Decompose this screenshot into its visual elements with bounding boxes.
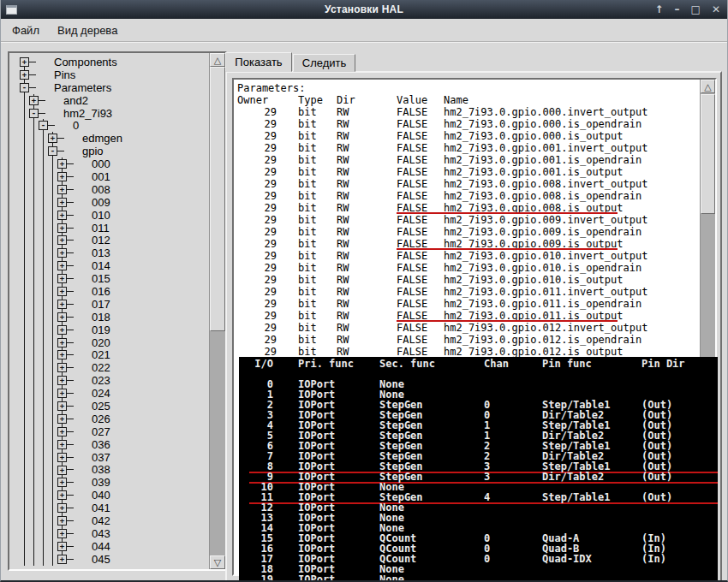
tree-expander-icon[interactable]: + [57,516,67,526]
tree-expander-icon[interactable]: + [57,261,67,270]
tree-item-label[interactable]: 037 [92,451,110,464]
tree-expander-icon[interactable]: + [57,363,67,372]
tree-expander[interactable]: + [57,285,67,298]
tree-expander[interactable]: + [29,94,39,107]
close-button[interactable]: ✕ [712,0,720,19]
tree-expander-icon[interactable]: + [57,490,67,500]
tree-expander-icon[interactable]: + [57,159,67,169]
tree-expander[interactable]: + [57,553,67,566]
tree-expander[interactable]: + [57,514,67,527]
shade-button[interactable]: ↑ [655,0,664,19]
tree-item-label[interactable]: 013 [92,246,110,259]
tree-expander[interactable]: + [57,234,67,246]
tree-expander-icon[interactable]: - [39,121,48,130]
tree-item-label[interactable]: 026 [92,413,110,425]
tree-expander[interactable]: + [20,68,29,81]
tree-item-label[interactable]: 008 [92,183,110,196]
tree-item-label[interactable]: Components [54,56,117,68]
tree-expander-icon[interactable]: + [57,401,67,411]
tree-item-label[interactable]: 012 [92,234,110,246]
tree-item-label[interactable]: 025 [92,400,110,413]
tree-item-label[interactable]: 019 [92,324,110,336]
tree-expander-icon[interactable]: + [57,440,67,449]
tree-expander[interactable]: + [57,170,67,183]
tree-expander[interactable]: + [57,298,67,311]
tree-expander-icon[interactable]: + [20,70,29,80]
tree-item-label[interactable]: 043 [92,527,110,540]
tree-item-label[interactable]: 009 [92,196,110,209]
tree-expander-icon[interactable]: + [57,300,67,309]
tree-expander-icon[interactable]: + [57,198,67,207]
tree-expander[interactable]: + [57,336,67,349]
tree-item-label[interactable]: 021 [92,348,110,361]
parameters-scroll-up-icon[interactable]: △ [701,80,715,93]
tree-expander-icon[interactable]: + [20,57,29,67]
tree-expander[interactable]: + [57,400,67,413]
tree-item-label[interactable]: 038 [92,463,110,476]
tree-expander[interactable]: + [57,374,67,387]
tree-expander-icon[interactable]: + [57,248,67,258]
tree-expander[interactable]: + [57,272,67,285]
tree-item-label[interactable]: 015 [92,272,110,285]
tree-expander[interactable]: - [29,107,39,120]
tree-expander[interactable]: + [57,489,67,502]
tree-item-label[interactable]: Pins [54,68,75,81]
tree-expander-icon[interactable]: + [57,503,67,513]
tree-item-label[interactable]: 027 [92,425,110,438]
tree-expander-icon[interactable]: + [57,376,67,385]
tree-expander-icon[interactable]: + [57,466,67,475]
tree-expander-icon[interactable]: + [57,287,67,296]
tree-expander-icon[interactable]: + [57,338,67,347]
tree-expander-icon[interactable]: - [29,109,39,118]
tree-expander[interactable]: - [39,119,48,132]
tree-item-label[interactable]: 042 [92,514,110,527]
tree-expander-icon[interactable]: + [57,325,67,335]
tab-show[interactable]: Показать [225,52,292,72]
tree-expander-icon[interactable]: + [57,235,67,245]
tree-scroll-up-icon[interactable]: △ [210,53,225,67]
tree-item-label[interactable]: 011 [92,222,110,235]
tree-expander-icon[interactable]: + [57,274,67,283]
tree-expander[interactable]: + [48,132,57,145]
tree-expander[interactable]: + [57,361,67,374]
tree-item-label[interactable]: gpio [82,145,104,157]
tree-expander-icon[interactable]: + [48,134,57,143]
tree-item-label[interactable]: Parameters [54,81,111,94]
tree-expander-icon[interactable]: - [20,83,29,92]
tree-expander[interactable]: + [57,348,67,361]
tree-expander-icon[interactable]: + [57,211,67,220]
tree-expander-icon[interactable]: + [57,427,67,436]
tree-expander-icon[interactable]: + [57,414,67,424]
tree-expander-icon[interactable]: + [57,389,67,398]
tree-item-label[interactable]: hm2_7i93 [63,107,112,120]
tree-expander[interactable]: - [48,145,57,157]
tree-expander[interactable]: + [57,222,67,235]
tree-expander[interactable]: + [57,259,67,272]
tree-expander[interactable]: - [20,81,29,94]
tree-expander[interactable]: + [20,56,29,68]
tree-expander[interactable]: + [57,464,67,477]
tree-expander-icon[interactable]: + [57,312,67,322]
tree-expander-icon[interactable]: + [29,96,39,105]
tree-item-label[interactable]: 001 [92,170,110,183]
tree-expander-icon[interactable]: + [57,542,67,551]
tree-expander-icon[interactable]: + [57,478,67,487]
tree-item-label[interactable]: 014 [92,259,110,272]
tree-expander[interactable]: + [57,425,67,438]
tree-expander[interactable]: + [57,540,67,553]
tree-item-label[interactable]: and2 [63,94,88,107]
tree-item-label[interactable]: 000 [92,157,110,170]
menu-file[interactable]: Файл [12,24,39,37]
tree-scrollbar-thumb[interactable] [210,67,225,331]
tree-item-label[interactable]: 040 [92,489,110,502]
tree-expander[interactable]: + [57,311,67,324]
parameters-scrollbar-thumb[interactable] [701,94,715,214]
tree-expander[interactable]: + [57,413,67,425]
maximize-button[interactable]: □ [691,0,701,19]
tree-item-label[interactable]: 044 [92,540,110,553]
tree-expander[interactable]: + [57,196,67,209]
tree-expander[interactable]: + [57,387,67,400]
minimize-button[interactable]: – [675,0,680,19]
tree-expander-icon[interactable]: + [57,172,67,181]
tree-expander[interactable]: + [57,527,67,540]
